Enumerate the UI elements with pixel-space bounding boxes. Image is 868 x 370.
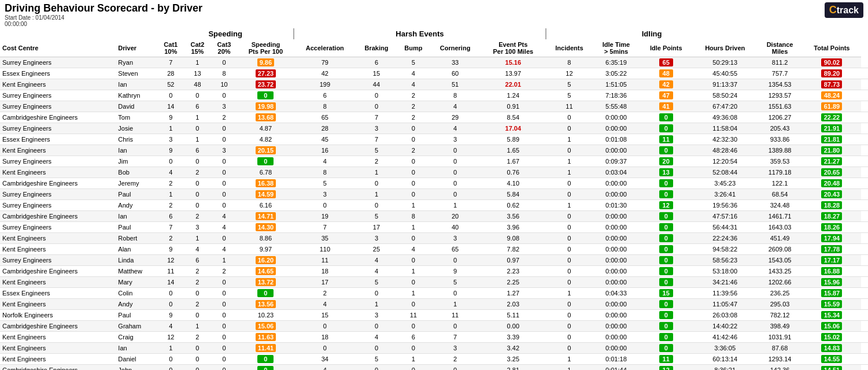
cell-idle-time: 3:05:22 — [593, 68, 639, 79]
cell-distance: 1206.27 — [758, 112, 803, 123]
cell-cat3: 0 — [210, 200, 237, 211]
cell-cat3: 0 — [210, 332, 237, 343]
cell-cat3: 8 — [210, 68, 237, 79]
cell-acceleration: 2 — [294, 288, 356, 299]
cell-cat2: 4 — [184, 244, 210, 255]
cell-idle-pts: 0 — [640, 211, 693, 222]
cell-distance: 1543.05 — [758, 255, 803, 266]
cell-cat2: 1 — [184, 112, 210, 123]
table-row: Surrey Engineers Josie 1 0 0 4.87 28 3 0… — [0, 123, 868, 134]
cell-distance: 236.25 — [758, 288, 803, 299]
cell-spd-pts: 4.87 — [238, 123, 294, 134]
cell-spd-pts: 14.65 — [238, 266, 294, 277]
table-row: Kent Engineers Robert 2 1 0 8.86 35 3 0 … — [0, 233, 868, 244]
cell-hours-driven: 26:03:08 — [693, 310, 758, 321]
cell-evt-pts: 2.81 — [481, 365, 546, 371]
cell-cat1: 52 — [157, 79, 184, 90]
cell-acceleration: 34 — [294, 354, 356, 365]
table-row: Cambridgeshire Engineers Matthew 11 2 2 … — [0, 266, 868, 277]
table-row: Cambridgeshire Engineers Graham 4 1 0 15… — [0, 321, 868, 332]
cell-bump: 0 — [397, 134, 430, 145]
cell-cat3: 0 — [210, 288, 237, 299]
cell-cornering: 4 — [430, 123, 481, 134]
scorecard-table: Speeding Harsh Events Idling Cost Centre… — [0, 28, 868, 370]
cell-incidents: 1 — [546, 288, 593, 299]
cell-total: 90.02 — [803, 57, 862, 68]
cell-braking: 4 — [356, 332, 397, 343]
cell-cost-centre: Kent Engineers — [0, 332, 116, 343]
cell-bump: 1 — [397, 266, 430, 277]
table-row: Essex Engineers Steven 28 13 8 27.23 42 … — [0, 68, 868, 79]
cell-cornering: 60 — [430, 68, 481, 79]
cell-idle-time: 0:00:00 — [593, 244, 639, 255]
cell-spd-pts: 16.20 — [238, 255, 294, 266]
cell-driver: Alan — [116, 244, 157, 255]
cell-cat3: 4 — [210, 222, 237, 233]
cell-evt-pts: 1.67 — [481, 156, 546, 167]
cell-idle-pts: 12 — [640, 365, 693, 371]
cell-distance: 1433.25 — [758, 266, 803, 277]
cell-incidents: 0 — [546, 211, 593, 222]
cell-acceleration: 110 — [294, 244, 356, 255]
cell-driver: Jim — [116, 156, 157, 167]
cell-total: 21.27 — [803, 156, 862, 167]
cell-total: 16.88 — [803, 266, 862, 277]
cell-incidents: 0 — [546, 189, 593, 200]
cell-cat2: 2 — [184, 277, 210, 288]
cell-spd-pts: 14.59 — [238, 189, 294, 200]
cell-cat2: 0 — [184, 310, 210, 321]
cell-total: 15.06 — [803, 321, 862, 332]
cell-incidents: 1 — [546, 134, 593, 145]
cell-distance: 1031.91 — [758, 332, 803, 343]
cell-cost-centre: Surrey Engineers — [0, 255, 116, 266]
cell-incidents: 1 — [546, 167, 593, 178]
cell-braking: 44 — [356, 79, 397, 90]
table-row: Essex Engineers Colin 0 0 0 0 2 0 1 0 1.… — [0, 288, 868, 299]
cell-idle-pts: 13 — [640, 167, 693, 178]
cell-cat1: 4 — [157, 321, 184, 332]
cell-driver: Steven — [116, 68, 157, 79]
cell-spd-pts: 11.41 — [238, 343, 294, 354]
cell-driver: John — [116, 365, 157, 371]
cell-driver: Bob — [116, 167, 157, 178]
cell-hours-driven: 58:50:24 — [693, 90, 758, 101]
cell-incidents: 0 — [546, 244, 593, 255]
cell-idle-pts: 65 — [640, 57, 693, 68]
cell-evt-pts: 3.25 — [481, 354, 546, 365]
cell-total: 20.65 — [803, 167, 862, 178]
cell-cat1: 4 — [157, 167, 184, 178]
col-cat2: Cat215% — [184, 39, 210, 57]
cell-distance: 1354.53 — [758, 79, 803, 90]
cell-cat2: 0 — [184, 365, 210, 371]
cell-evt-pts: 1.65 — [481, 145, 546, 156]
cell-cornering: 51 — [430, 79, 481, 90]
cell-total: 14.51 — [803, 365, 862, 371]
cell-idle-pts: 0 — [640, 277, 693, 288]
cell-cat3: 0 — [210, 134, 237, 145]
cell-driver: Andy — [116, 299, 157, 310]
cell-cornering: 11 — [430, 310, 481, 321]
cell-bump: 1 — [397, 222, 430, 233]
cell-idle-time: 5:55:48 — [593, 101, 639, 112]
cell-total: 21.91 — [803, 123, 862, 134]
cell-acceleration: 45 — [294, 134, 356, 145]
cell-hours-driven: 14:40:22 — [693, 321, 758, 332]
cell-braking: 7 — [356, 134, 397, 145]
cell-idle-time: 7:18:36 — [593, 90, 639, 101]
cell-braking: 5 — [356, 277, 397, 288]
cell-cornering: 9 — [430, 266, 481, 277]
cell-idle-pts: 0 — [640, 299, 693, 310]
cell-braking: 6 — [356, 57, 397, 68]
cell-acceleration: 28 — [294, 123, 356, 134]
col-idle-points: Idle Points — [640, 39, 693, 57]
cell-cat3: 0 — [210, 310, 237, 321]
cell-evt-pts: 0.00 — [481, 321, 546, 332]
cell-evt-pts: 2.03 — [481, 299, 546, 310]
cell-total: 17.94 — [803, 233, 862, 244]
cell-spd-pts: 15.06 — [238, 321, 294, 332]
cell-spd-pts: 0 — [238, 156, 294, 167]
cell-acceleration: 6 — [294, 90, 356, 101]
col-hours-driven: Hours Driven — [693, 39, 758, 57]
cell-cat1: 0 — [157, 90, 184, 101]
logo-c: C — [829, 4, 837, 16]
